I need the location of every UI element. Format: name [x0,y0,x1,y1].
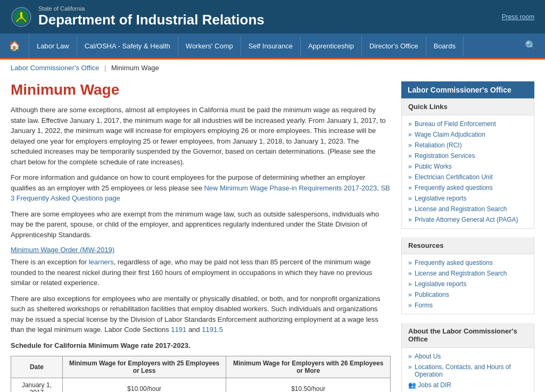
sidebar-quick-link[interactable]: Retaliation (RCI) [408,140,527,151]
table-cell-date: January 1, 2017 [11,378,63,393]
sidebar-about-link[interactable]: 👥 Jobs at DIR [408,380,527,390]
sidebar-quick-link[interactable]: License and Registration Search [408,204,527,214]
breadcrumb-parent[interactable]: Labor Commissioner's Office [11,64,99,72]
sidebar-quick-links-section: Quick Links Bureau of Field EnforcementW… [401,98,534,229]
table-cell-26: $10.50/hour [226,378,391,393]
site-header: ★ State of California Department of Indu… [0,0,545,34]
state-seal: ★ [11,6,32,28]
page-title: Minimum Wage [11,81,391,98]
sidebar-resources-links: Frequently asked questionsLicense and Re… [402,254,534,314]
main-layout: Minimum Wage Although there are some exc… [0,76,545,392]
header-left: ★ State of California Department of Indu… [11,5,265,28]
sidebar: Labor Commissioner's Office Quick Links … [401,81,534,392]
header-title-block: State of California Department of Indust… [38,5,265,28]
dept-title: Department of Industrial Relations [38,12,265,28]
nav-item-labor-law[interactable]: Labor Law [29,36,77,56]
sidebar-quick-link[interactable]: Registration Services [408,151,527,161]
sidebar-quick-link[interactable]: Public Works [408,161,527,172]
sidebar-quick-link[interactable]: Electrician Certification Unit [408,172,527,182]
sidebar-quick-links-title: Quick Links [402,98,534,115]
code-1191-link[interactable]: 1191 [171,326,186,333]
sidebar-resources-link[interactable]: Frequently asked questions [408,257,527,268]
sidebar-resources-link[interactable]: License and Registration Search [408,268,527,279]
sidebar-resources-link[interactable]: Forms [408,300,527,311]
table-cell-25: $10.00/hour [62,378,226,393]
more-info-link1[interactable]: New Minimum Wage Phase-in Requirements 2… [204,184,377,192]
table-row: January 1, 2017$10.00/hour$10.50/hour [11,378,391,393]
table-header-25-less: Minimum Wage for Employers with 25 Emplo… [62,356,226,378]
table-header-date: Date [11,356,63,378]
disabled-paragraph: There are also exceptions for employees … [11,294,391,335]
sidebar-about-link[interactable]: About Us [408,351,527,362]
table-title: Schedule for California Minimum Wage rat… [11,340,391,351]
sidebar-about-section: About the Labor Commissioner's Office Ab… [401,323,534,392]
table-header-26-more: Minimum Wage for Employers with 26 Emplo… [226,356,391,378]
intro-paragraph: Although there are some exceptions, almo… [11,105,391,167]
nav-item-apprenticeship[interactable]: Apprenticeship [301,36,362,56]
sidebar-quick-link[interactable]: Private Attorney General Act (PAGA) [408,214,527,225]
main-content: Minimum Wage Although there are some exc… [11,81,391,392]
svg-rect-3 [20,12,22,16]
sidebar-quick-links: Bureau of Field EnforcementWage Claim Ad… [402,115,534,228]
mw-order-link[interactable]: Minimum Wage Order (MW-2019) [11,246,114,254]
more-info-paragraph: For more information and guidance on how… [11,172,391,204]
breadcrumb-current: Minimum Wage [111,64,159,72]
exempt-paragraph: There are some employees who are exempt … [11,209,391,240]
sidebar-resources-title: Resources [402,237,534,254]
sidebar-quick-link[interactable]: Bureau of Field Enforcement [408,119,527,129]
press-room-link[interactable]: Press room [502,13,534,21]
sidebar-quick-link[interactable]: Frequently asked questions [408,182,527,193]
code-1191-5-link[interactable]: 1191.5 [202,326,223,333]
nav-home[interactable]: 🏠 [0,34,29,58]
main-nav: 🏠 Labor Law Cal/OSHA - Safety & Health W… [0,34,545,58]
nav-search-icon[interactable]: 🔍 [516,34,545,58]
nav-item-workers-comp[interactable]: Workers' Comp [178,36,241,56]
wage-table: Date Minimum Wage for Employers with 25 … [11,356,391,392]
sidebar-resources-link[interactable]: Publications [408,289,527,300]
breadcrumb-separator: | [104,64,106,72]
sidebar-resources-section: Resources Frequently asked questionsLice… [401,237,534,314]
learner-paragraph: There is an exception for learners, rega… [11,257,391,288]
nav-item-boards[interactable]: Boards [426,36,464,56]
sidebar-about-title: About the Labor Commissioner's Office [402,323,534,348]
sidebar-lco-title: Labor Commissioner's Office [401,81,534,98]
sidebar-about-link[interactable]: Locations, Contacts, and Hours of Operat… [408,362,527,380]
learners-link[interactable]: learners [89,258,114,266]
state-label: State of California [38,5,265,12]
nav-item-self-insurance[interactable]: Self Insurance [241,36,301,56]
nav-item-directors-office[interactable]: Director's Office [362,36,426,56]
sidebar-quick-link[interactable]: Wage Claim Adjudication [408,129,527,140]
sidebar-about-links: About UsLocations, Contacts, and Hours o… [402,348,534,392]
breadcrumb: Labor Commissioner's Office | Minimum Wa… [0,60,545,76]
sidebar-quick-link[interactable]: Legislative reports [408,193,527,204]
nav-item-calosha[interactable]: Cal/OSHA - Safety & Health [77,36,178,56]
sidebar-resources-link[interactable]: Legislative reports [408,279,527,289]
